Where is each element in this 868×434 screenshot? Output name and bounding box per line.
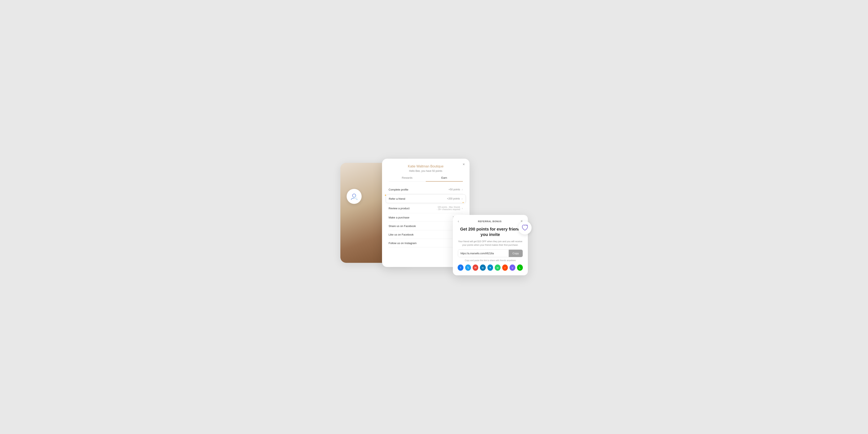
social-icon-twitter[interactable]: 𝕏 — [465, 265, 471, 271]
social-icon-facebook[interactable]: f — [458, 265, 463, 271]
back-button[interactable]: ‹ — [458, 219, 459, 223]
earn-item-label: Like us on Facebook — [389, 233, 414, 236]
social-icon-linkedin[interactable]: in — [480, 265, 486, 271]
social-icon-telegram[interactable]: ✈ — [488, 265, 493, 271]
social-icon-whatsapp[interactable]: w — [495, 265, 501, 271]
svg-text:+: + — [355, 197, 356, 199]
earn-item-points: +50 points — [448, 188, 460, 191]
earn-item-label: Follow us on Instagram — [389, 242, 416, 245]
tab-rewards[interactable]: Rewards — [389, 176, 426, 181]
social-icon-reddit[interactable]: r — [502, 265, 508, 271]
heart-icon — [521, 224, 529, 231]
referral-hint: Copy and paste this link to share with f… — [458, 259, 523, 261]
earn-item-make-purchase[interactable]: Make a purchase 1 point › — [389, 213, 463, 222]
earn-item-review-product[interactable]: Review a product 100 points - Max 3/week… — [389, 204, 463, 213]
earn-item-label: Review a product — [389, 207, 409, 210]
earn-item-share-facebook[interactable]: Share us on Facebook › — [389, 222, 463, 230]
earn-item-label: Share us on Facebook — [389, 224, 416, 228]
earn-item-refer-friend[interactable]: ✦ Refer a friend +200 points › ✦ — [386, 194, 466, 203]
heart-bubble — [518, 221, 532, 235]
earn-item-follow-instagram[interactable]: Follow us on Instagram › — [389, 239, 463, 247]
chevron-icon: › — [462, 188, 463, 191]
earn-item-like-facebook[interactable]: Like us on Facebook › — [389, 230, 463, 239]
referral-headline: Get 200 points for every friend you invi… — [458, 226, 523, 237]
modal-close-button[interactable]: × — [463, 162, 465, 166]
svg-point-0 — [352, 194, 356, 197]
chevron-icon: › — [462, 207, 463, 210]
earn-item-points: +200 points — [447, 197, 460, 200]
scene: + × Katie Waltman Boutique Hello Bee, yo… — [340, 159, 528, 275]
social-icon-line[interactable]: L — [517, 265, 523, 271]
earn-list: Complete profile +50 points › ✦ Refer a … — [389, 185, 463, 247]
referral-modal: ‹ REFERRAL BONUS × Get 200 points for ev… — [453, 215, 528, 275]
avatar-bubble: + — [347, 189, 362, 204]
tab-earn[interactable]: Earn — [426, 176, 463, 181]
referral-description: Your friend will get $10 OFF when they j… — [458, 240, 523, 247]
earn-item-label: Refer a friend — [389, 197, 405, 200]
social-icon-viber[interactable]: v — [509, 265, 515, 271]
modal-greeting: Hello Bee, you have 50 points — [389, 169, 463, 173]
earn-item-label: Make a purchase — [389, 216, 409, 219]
sparkle-icon-2: ✦ — [462, 202, 464, 204]
copy-button[interactable]: Copy — [509, 250, 522, 257]
earn-item-label: Complete profile — [389, 188, 408, 191]
tabs-container: Rewards Earn — [389, 176, 463, 182]
referral-header: ‹ REFERRAL BONUS × — [458, 219, 523, 223]
sparkle-icon-1: ✦ — [384, 194, 386, 197]
chevron-icon: › — [462, 197, 463, 200]
avatar-icon: + — [349, 192, 359, 201]
social-icon-email[interactable]: ✉ — [473, 265, 478, 271]
earn-item-complete-profile[interactable]: Complete profile +50 points › — [389, 185, 463, 194]
referral-link-row: https://a.marsello.com/l/6216a Copy — [458, 249, 523, 257]
social-icons-row: f 𝕏 ✉ in ✈ w r v L — [458, 265, 523, 271]
modal-title: Katie Waltman Boutique — [389, 164, 463, 168]
referral-link-text: https://a.marsello.com/l/6216a — [458, 250, 509, 257]
referral-title: REFERRAL BONUS — [478, 220, 502, 223]
earn-item-points: 100 points - Max 3/week - 30+ characters… — [437, 206, 460, 211]
